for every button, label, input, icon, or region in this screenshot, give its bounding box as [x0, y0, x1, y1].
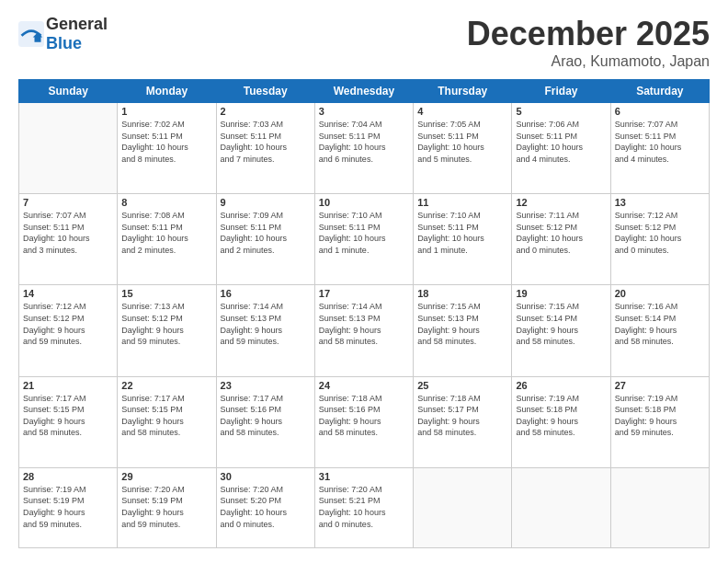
cell-info: Sunrise: 7:08 AMSunset: 5:11 PMDaylight:…: [121, 210, 211, 256]
calendar-cell: 24Sunrise: 7:18 AMSunset: 5:16 PMDayligh…: [314, 376, 413, 467]
day-number: 6: [615, 106, 705, 117]
cell-info: Sunrise: 7:17 AMSunset: 5:15 PMDaylight:…: [23, 393, 113, 439]
day-number: 14: [23, 288, 113, 299]
col-header-thursday: Thursday: [414, 80, 512, 103]
cell-info: Sunrise: 7:07 AMSunset: 5:11 PMDaylight:…: [615, 119, 705, 165]
calendar-cell: 23Sunrise: 7:17 AMSunset: 5:16 PMDayligh…: [216, 376, 314, 467]
calendar-cell: 11Sunrise: 7:10 AMSunset: 5:11 PMDayligh…: [414, 194, 512, 285]
day-number: 30: [221, 471, 311, 482]
day-number: 19: [516, 288, 606, 299]
calendar-cell: 12Sunrise: 7:11 AMSunset: 5:12 PMDayligh…: [512, 194, 610, 285]
calendar-cell: 4Sunrise: 7:05 AMSunset: 5:11 PMDaylight…: [414, 103, 512, 194]
calendar-cell: 16Sunrise: 7:14 AMSunset: 5:13 PMDayligh…: [216, 285, 314, 376]
header: General Blue December 2025 Arao, Kumamot…: [18, 15, 710, 70]
calendar-cell: 1Sunrise: 7:02 AMSunset: 5:11 PMDaylight…: [118, 103, 216, 194]
day-number: 27: [615, 380, 705, 391]
cell-info: Sunrise: 7:17 AMSunset: 5:15 PMDaylight:…: [121, 393, 211, 439]
calendar-cell: [610, 467, 709, 547]
calendar-cell: 27Sunrise: 7:19 AMSunset: 5:18 PMDayligh…: [610, 376, 709, 467]
page: General Blue December 2025 Arao, Kumamot…: [0, 0, 728, 563]
cell-info: Sunrise: 7:07 AMSunset: 5:11 PMDaylight:…: [23, 210, 113, 256]
calendar-cell: 26Sunrise: 7:19 AMSunset: 5:18 PMDayligh…: [512, 376, 610, 467]
cell-info: Sunrise: 7:04 AMSunset: 5:11 PMDaylight:…: [319, 119, 409, 165]
calendar-cell: 28Sunrise: 7:19 AMSunset: 5:19 PMDayligh…: [19, 467, 118, 547]
cell-info: Sunrise: 7:11 AMSunset: 5:12 PMDaylight:…: [516, 210, 606, 256]
day-number: 17: [319, 288, 409, 299]
calendar-cell: 21Sunrise: 7:17 AMSunset: 5:15 PMDayligh…: [19, 376, 118, 467]
cell-info: Sunrise: 7:05 AMSunset: 5:11 PMDaylight:…: [417, 119, 507, 165]
logo-blue-text: Blue: [46, 34, 82, 52]
day-number: 9: [221, 197, 311, 208]
cell-info: Sunrise: 7:12 AMSunset: 5:12 PMDaylight:…: [615, 210, 705, 256]
calendar-cell: 14Sunrise: 7:12 AMSunset: 5:12 PMDayligh…: [19, 285, 118, 376]
calendar-cell: 6Sunrise: 7:07 AMSunset: 5:11 PMDaylight…: [610, 103, 709, 194]
calendar-cell: 20Sunrise: 7:16 AMSunset: 5:14 PMDayligh…: [610, 285, 709, 376]
cell-info: Sunrise: 7:16 AMSunset: 5:14 PMDaylight:…: [615, 301, 705, 347]
cell-info: Sunrise: 7:03 AMSunset: 5:11 PMDaylight:…: [221, 119, 311, 165]
logo-icon: [18, 21, 44, 47]
day-number: 5: [516, 106, 606, 117]
cell-info: Sunrise: 7:13 AMSunset: 5:12 PMDaylight:…: [121, 301, 211, 347]
cell-info: Sunrise: 7:15 AMSunset: 5:13 PMDaylight:…: [417, 301, 507, 347]
col-header-wednesday: Wednesday: [314, 80, 413, 103]
title-block: December 2025 Arao, Kumamoto, Japan: [467, 15, 710, 70]
calendar-cell: 13Sunrise: 7:12 AMSunset: 5:12 PMDayligh…: [610, 194, 709, 285]
day-number: 2: [221, 106, 311, 117]
day-number: 23: [221, 380, 311, 391]
cell-info: Sunrise: 7:19 AMSunset: 5:18 PMDaylight:…: [516, 393, 606, 439]
cell-info: Sunrise: 7:19 AMSunset: 5:19 PMDaylight:…: [23, 484, 113, 530]
calendar-cell: 8Sunrise: 7:08 AMSunset: 5:11 PMDaylight…: [118, 194, 216, 285]
calendar-cell: 19Sunrise: 7:15 AMSunset: 5:14 PMDayligh…: [512, 285, 610, 376]
day-number: 31: [319, 471, 409, 482]
cell-info: Sunrise: 7:20 AMSunset: 5:21 PMDaylight:…: [319, 484, 409, 530]
day-number: 7: [23, 197, 113, 208]
cell-info: Sunrise: 7:19 AMSunset: 5:18 PMDaylight:…: [615, 393, 705, 439]
col-header-saturday: Saturday: [610, 80, 709, 103]
calendar-cell: [414, 467, 512, 547]
day-number: 29: [121, 471, 211, 482]
day-number: 1: [121, 106, 211, 117]
day-number: 13: [615, 197, 705, 208]
calendar-cell: 5Sunrise: 7:06 AMSunset: 5:11 PMDaylight…: [512, 103, 610, 194]
day-number: 8: [121, 197, 211, 208]
cell-info: Sunrise: 7:17 AMSunset: 5:16 PMDaylight:…: [221, 393, 311, 439]
day-number: 28: [23, 471, 113, 482]
month-title: December 2025: [467, 15, 710, 53]
calendar-cell: 10Sunrise: 7:10 AMSunset: 5:11 PMDayligh…: [314, 194, 413, 285]
col-header-sunday: Sunday: [19, 80, 118, 103]
location: Arao, Kumamoto, Japan: [467, 53, 710, 70]
cell-info: Sunrise: 7:09 AMSunset: 5:11 PMDaylight:…: [221, 210, 311, 256]
col-header-friday: Friday: [512, 80, 610, 103]
day-number: 25: [417, 380, 507, 391]
calendar-cell: 7Sunrise: 7:07 AMSunset: 5:11 PMDaylight…: [19, 194, 118, 285]
day-number: 16: [221, 288, 311, 299]
day-number: 22: [121, 380, 211, 391]
day-number: 20: [615, 288, 705, 299]
calendar-cell: [19, 103, 118, 194]
calendar-cell: 18Sunrise: 7:15 AMSunset: 5:13 PMDayligh…: [414, 285, 512, 376]
day-number: 24: [319, 380, 409, 391]
cell-info: Sunrise: 7:12 AMSunset: 5:12 PMDaylight:…: [23, 301, 113, 347]
day-number: 4: [417, 106, 507, 117]
logo-general-text: General: [46, 15, 108, 33]
day-number: 11: [417, 197, 507, 208]
day-number: 15: [121, 288, 211, 299]
calendar-cell: 15Sunrise: 7:13 AMSunset: 5:12 PMDayligh…: [118, 285, 216, 376]
cell-info: Sunrise: 7:14 AMSunset: 5:13 PMDaylight:…: [221, 301, 311, 347]
cell-info: Sunrise: 7:06 AMSunset: 5:11 PMDaylight:…: [516, 119, 606, 165]
cell-info: Sunrise: 7:18 AMSunset: 5:16 PMDaylight:…: [319, 393, 409, 439]
col-header-tuesday: Tuesday: [216, 80, 314, 103]
day-number: 21: [23, 380, 113, 391]
calendar-table: SundayMondayTuesdayWednesdayThursdayFrid…: [18, 79, 710, 548]
cell-info: Sunrise: 7:20 AMSunset: 5:20 PMDaylight:…: [221, 484, 311, 530]
calendar-cell: 2Sunrise: 7:03 AMSunset: 5:11 PMDaylight…: [216, 103, 314, 194]
calendar-cell: 30Sunrise: 7:20 AMSunset: 5:20 PMDayligh…: [216, 467, 314, 547]
cell-info: Sunrise: 7:10 AMSunset: 5:11 PMDaylight:…: [417, 210, 507, 256]
day-number: 12: [516, 197, 606, 208]
cell-info: Sunrise: 7:14 AMSunset: 5:13 PMDaylight:…: [319, 301, 409, 347]
calendar-cell: [512, 467, 610, 547]
calendar-cell: 29Sunrise: 7:20 AMSunset: 5:19 PMDayligh…: [118, 467, 216, 547]
cell-info: Sunrise: 7:15 AMSunset: 5:14 PMDaylight:…: [516, 301, 606, 347]
calendar-cell: 31Sunrise: 7:20 AMSunset: 5:21 PMDayligh…: [314, 467, 413, 547]
day-number: 26: [516, 380, 606, 391]
